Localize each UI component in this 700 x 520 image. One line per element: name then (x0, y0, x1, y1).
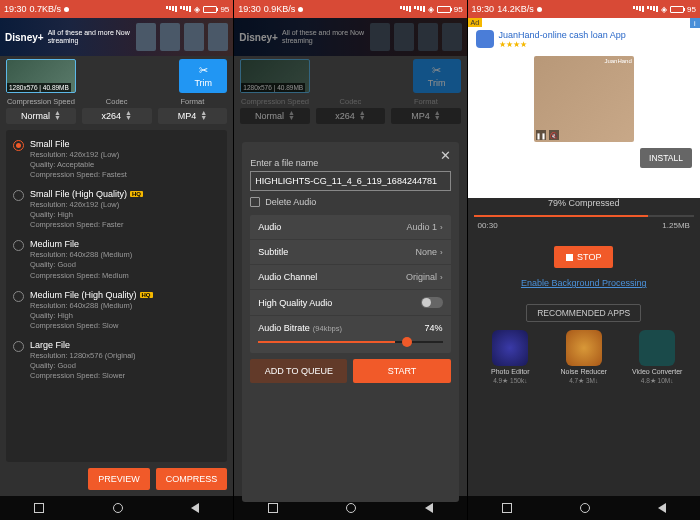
nav-home-icon[interactable] (580, 503, 590, 513)
banner-logo: Disney+ (5, 32, 44, 43)
nav-recent-icon[interactable] (34, 503, 44, 513)
battery-pct: 95 (220, 5, 229, 14)
rec-app[interactable]: Photo Editor4.9★ 150k↓ (480, 330, 540, 385)
app-icon (566, 330, 602, 366)
signal-icon (180, 6, 191, 12)
dropdown-row: Compression SpeedNormal▲▼ Codecx264▲▼ Fo… (0, 96, 233, 130)
channel-row[interactable]: Audio ChannelOriginal› (250, 265, 450, 290)
audio-row[interactable]: AudioAudio 1› (250, 215, 450, 240)
signal-icon (166, 6, 177, 12)
bitrate-row: Audio Bitrate(94kbps)74% (250, 316, 450, 335)
preset-list[interactable]: Small FileResolution: 426x192 (Low)Quali… (6, 130, 227, 463)
speed-dropdown[interactable]: Normal▲▼ (6, 108, 76, 124)
radio-icon[interactable] (13, 190, 24, 201)
pause-icon[interactable]: ❚❚ (536, 130, 546, 140)
subtitle-row[interactable]: SubtitleNone› (250, 240, 450, 265)
trim-label: Trim (428, 78, 446, 88)
signal-icon (647, 6, 658, 12)
bitrate-slider[interactable] (250, 335, 450, 353)
close-icon[interactable]: ✕ (440, 148, 451, 163)
chevron-right-icon: › (440, 248, 443, 257)
checkbox-icon[interactable] (250, 197, 260, 207)
toggle-switch[interactable] (421, 297, 443, 308)
screen-progress: 19:3014.2KB/s ◈95 Ad i JuanHand-online c… (467, 0, 700, 520)
scissors-icon: ✂ (432, 64, 441, 77)
nav-back-icon[interactable] (425, 503, 433, 513)
nav-recent-icon[interactable] (268, 503, 278, 513)
add-queue-button[interactable]: ADD TO QUEUE (250, 359, 347, 383)
opt-s: Compression Speed: Slower (30, 371, 220, 381)
row-label: Audio Channel (258, 272, 317, 282)
ad-card[interactable]: Ad i JuanHand-online cash loan App★★★★ J… (468, 18, 700, 198)
status-speed: 0.7KB/s (30, 4, 62, 14)
filename-input[interactable] (250, 171, 450, 191)
nav-home-icon[interactable] (113, 503, 123, 513)
compress-button[interactable]: COMPRESS (156, 468, 228, 490)
battery-pct: 95 (687, 5, 696, 14)
rec-app[interactable]: Noise Reducer4.7★ 3M↓ (554, 330, 614, 385)
preset-option-medium[interactable]: Medium FileResolution: 640x288 (Medium)Q… (10, 236, 223, 286)
ad-banner[interactable]: Disney+ All of these and more Now stream… (0, 18, 233, 56)
video-header: 1280x576 | 40.89MB ✂Trim (0, 56, 233, 96)
opt-title: Small File (30, 139, 220, 149)
preview-button[interactable]: PREVIEW (88, 468, 150, 490)
scissors-icon: ✂ (199, 64, 208, 77)
battery-icon (203, 6, 217, 13)
rec-meta: 4.7★ 3M↓ (569, 377, 598, 385)
nav-bar (0, 496, 233, 520)
stop-icon (566, 254, 573, 261)
format-label: Format (181, 98, 205, 106)
format-label: Format (414, 98, 438, 106)
chevron-right-icon: › (440, 273, 443, 282)
nav-back-icon[interactable] (658, 503, 666, 513)
progress-time: 00:30 (478, 221, 498, 230)
trim-button[interactable]: ✂Trim (179, 59, 227, 93)
status-bar: 19:300.9KB/s ◈95 (234, 0, 466, 18)
radio-icon[interactable] (13, 240, 24, 251)
trim-label: Trim (194, 78, 212, 88)
banner-thumb (184, 23, 204, 51)
modal-buttons: ADD TO QUEUE START (250, 359, 450, 383)
banner-thumb (208, 23, 228, 51)
audio-section: AudioAudio 1› SubtitleNone› Audio Channe… (250, 215, 450, 353)
radio-icon[interactable] (13, 341, 24, 352)
radio-icon[interactable] (13, 140, 24, 151)
stop-button[interactable]: STOP (554, 246, 613, 268)
ad-info-icon[interactable]: i (690, 18, 700, 28)
screen-filename-modal: 19:300.9KB/s ◈95 Disney+All of these and… (233, 0, 466, 520)
format-dropdown[interactable]: MP4▲▼ (158, 108, 228, 124)
nav-home-icon[interactable] (346, 503, 356, 513)
codec-dropdown[interactable]: x264▲▼ (82, 108, 152, 124)
start-button[interactable]: START (353, 359, 450, 383)
filename-modal: ✕ Enter a file name Delete Audio AudioAu… (242, 142, 458, 502)
notch-icon (537, 7, 542, 12)
rec-app[interactable]: Video Converter4.8★ 10M↓ (627, 330, 687, 385)
preset-option-medium-hq[interactable]: Medium File (High Quality)HQResolution: … (10, 287, 223, 337)
preset-option-large[interactable]: Large FileResolution: 1280x576 (Original… (10, 337, 223, 387)
app-icon (492, 330, 528, 366)
nav-recent-icon[interactable] (502, 503, 512, 513)
preset-option-small[interactable]: Small FileResolution: 426x192 (Low)Quali… (10, 136, 223, 186)
rec-meta: 4.8★ 10M↓ (641, 377, 674, 385)
status-bar: 19:3014.2KB/s ◈95 (468, 0, 700, 18)
delete-audio-label: Delete Audio (265, 197, 316, 207)
hq-audio-row: High Quality Audio (250, 290, 450, 316)
recommended-row: Photo Editor4.9★ 150k↓ Noise Reducer4.7★… (468, 330, 700, 391)
preset-option-small-hq[interactable]: Small File (High Quality)HQResolution: 4… (10, 186, 223, 236)
enable-background-link[interactable]: Enable Background Processing (468, 278, 700, 288)
opt-q: Quality: Good (30, 260, 220, 270)
wifi-icon: ◈ (661, 5, 667, 14)
banner-thumb (370, 23, 390, 51)
opt-s: Compression Speed: Faster (30, 220, 220, 230)
install-button[interactable]: INSTALL (640, 148, 692, 168)
rec-meta: 4.9★ 150k↓ (493, 377, 527, 385)
mute-icon[interactable]: 🔇 (549, 130, 559, 140)
status-speed: 0.9KB/s (264, 4, 296, 14)
video-thumbnail[interactable]: 1280x576 | 40.89MB (6, 59, 76, 93)
slider-thumb-icon[interactable] (402, 337, 412, 347)
status-time: 19:30 (238, 4, 261, 14)
screen-options: 19:300.7KB/s ◈95 Disney+ All of these an… (0, 0, 233, 520)
banner-thumb (136, 23, 156, 51)
nav-back-icon[interactable] (191, 503, 199, 513)
radio-icon[interactable] (13, 291, 24, 302)
